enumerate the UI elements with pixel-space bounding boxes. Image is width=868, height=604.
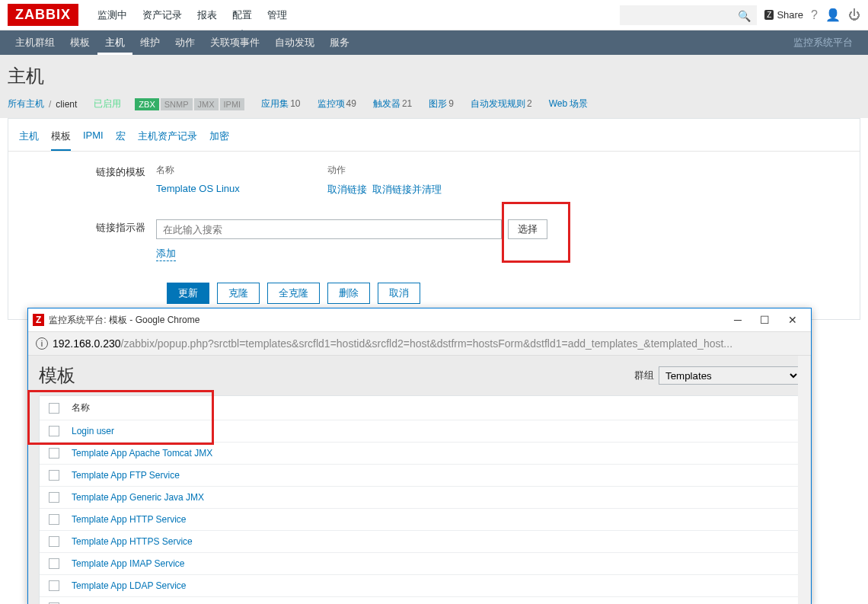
- ipmi-badge: IPMI: [220, 98, 245, 110]
- linked-template-link[interactable]: Template OS Linux: [156, 183, 240, 194]
- tab-row: 主机 模板 IPMI 宏 主机资产记录 加密: [8, 119, 860, 152]
- subnav-hostgroups[interactable]: 主机群组: [8, 30, 62, 55]
- maximize-icon[interactable]: ☐: [760, 314, 770, 326]
- breadcrumb-host: client: [56, 99, 77, 110]
- stat-graphs[interactable]: 图形9: [429, 97, 454, 110]
- platform-name: 监控系统平台: [786, 36, 860, 50]
- help-icon[interactable]: ?: [811, 8, 818, 22]
- breadcrumb-row: 所有主机 / client 已启用 ZBX SNMP JMX IPMI 应用集1…: [8, 97, 860, 110]
- unlink-clear-link[interactable]: 取消链接并清理: [372, 184, 442, 195]
- linked-table-head: 名称 动作: [156, 164, 849, 177]
- status-enabled: 已启用: [94, 97, 121, 110]
- top-nav: ZABBIX 监测中 资产记录 报表 配置 管理 🔍 Z Share ? 👤 ⏻: [0, 0, 868, 30]
- minimize-icon[interactable]: ─: [734, 314, 742, 326]
- subnav-services[interactable]: 服务: [322, 30, 357, 55]
- stat-web[interactable]: Web 场景: [549, 97, 589, 110]
- popup-title-text: 监控系统平台: 模板 - Google Chrome: [49, 314, 199, 327]
- window-controls: ─ ☐ ✕: [734, 314, 806, 326]
- snmp-badge: SNMP: [161, 98, 193, 110]
- linked-templates-label: 链接的模板: [19, 164, 156, 197]
- subnav-correlation[interactable]: 关联项事件: [203, 30, 267, 55]
- page-header-area: 主机 所有主机 / client 已启用 ZBX SNMP JMX IPMI 应…: [0, 55, 868, 118]
- stat-applications[interactable]: 应用集10: [261, 97, 300, 110]
- share-label: Share: [777, 9, 803, 21]
- menu-administration[interactable]: 管理: [260, 1, 295, 30]
- tab-ipmi[interactable]: IPMI: [83, 125, 104, 151]
- stat-items[interactable]: 监控项49: [318, 97, 356, 110]
- sub-nav: 主机群组 模板 主机 维护 动作 关联项事件 自动发现 服务 监控系统平台: [0, 30, 868, 55]
- clone-button[interactable]: 克隆: [217, 283, 260, 304]
- page-title: 主机: [8, 64, 860, 88]
- cancel-button[interactable]: 取消: [378, 283, 420, 304]
- search-icon[interactable]: 🔍: [738, 10, 751, 22]
- popup-titlebar[interactable]: Z 监控系统平台: 模板 - Google Chrome ─ ☐ ✕: [28, 308, 811, 328]
- col-action-header: 动作: [327, 164, 346, 177]
- tab-host[interactable]: 主机: [19, 125, 39, 151]
- logo[interactable]: ZABBIX: [8, 4, 78, 26]
- stat-discovery[interactable]: 自动发现规则2: [471, 97, 532, 110]
- subnav-actions[interactable]: 动作: [168, 30, 203, 55]
- add-link[interactable]: 添加: [156, 247, 176, 261]
- breadcrumb-separator: /: [49, 99, 51, 110]
- close-icon[interactable]: ✕: [788, 314, 797, 326]
- full-clone-button[interactable]: 全克隆: [267, 283, 320, 304]
- col-name-header: 名称: [156, 164, 327, 177]
- subnav-templates[interactable]: 模板: [62, 30, 97, 55]
- template-search-input[interactable]: [156, 219, 502, 239]
- user-icon[interactable]: 👤: [825, 8, 841, 22]
- subnav-hosts[interactable]: 主机: [97, 30, 132, 55]
- z-badge-icon: Z: [764, 10, 774, 20]
- tab-inventory[interactable]: 主机资产记录: [138, 125, 197, 151]
- link-indicator-label: 链接指示器: [19, 219, 156, 261]
- button-row: 更新 克隆 全克隆 删除 取消: [167, 283, 849, 304]
- top-right: 🔍 Z Share ? 👤 ⏻: [620, 5, 860, 25]
- menu-inventory[interactable]: 资产记录: [135, 1, 190, 30]
- unlink-link[interactable]: 取消链接: [327, 184, 367, 195]
- top-menu: 监测中 资产记录 报表 配置 管理: [90, 1, 295, 30]
- zbx-badge: ZBX: [135, 98, 158, 110]
- breadcrumb-all-hosts[interactable]: 所有主机: [8, 97, 44, 110]
- update-button[interactable]: 更新: [167, 283, 209, 304]
- main-panel: 主机 模板 IPMI 宏 主机资产记录 加密 链接的模板 名称 动作 Templ…: [8, 118, 860, 320]
- tab-templates[interactable]: 模板: [51, 125, 71, 151]
- tab-macros[interactable]: 宏: [116, 125, 126, 151]
- linked-template-row: Template OS Linux 取消链接 取消链接并清理: [156, 183, 849, 197]
- form-area: 链接的模板 名称 动作 Template OS Linux 取消链接 取消链接并…: [8, 152, 860, 319]
- stat-triggers[interactable]: 触发器21: [373, 97, 412, 110]
- search-wrap: 🔍: [620, 5, 757, 25]
- jmx-badge: JMX: [194, 98, 219, 110]
- menu-configuration[interactable]: 配置: [225, 1, 260, 30]
- menu-reports[interactable]: 报表: [190, 1, 225, 30]
- template-popup: Z 监控系统平台: 模板 - Google Chrome ─ ☐ ✕ i 192…: [27, 308, 812, 328]
- tab-encryption[interactable]: 加密: [209, 125, 229, 151]
- popup-logo-icon: Z: [33, 314, 44, 326]
- delete-button[interactable]: 删除: [327, 283, 370, 304]
- subnav-maintenance[interactable]: 维护: [132, 30, 168, 55]
- power-icon[interactable]: ⏻: [848, 8, 860, 22]
- subnav-discovery[interactable]: 自动发现: [267, 30, 322, 55]
- menu-monitoring[interactable]: 监测中: [90, 1, 135, 30]
- search-input[interactable]: [620, 5, 757, 25]
- share-button[interactable]: Z Share: [764, 9, 803, 21]
- select-button[interactable]: 选择: [508, 219, 547, 239]
